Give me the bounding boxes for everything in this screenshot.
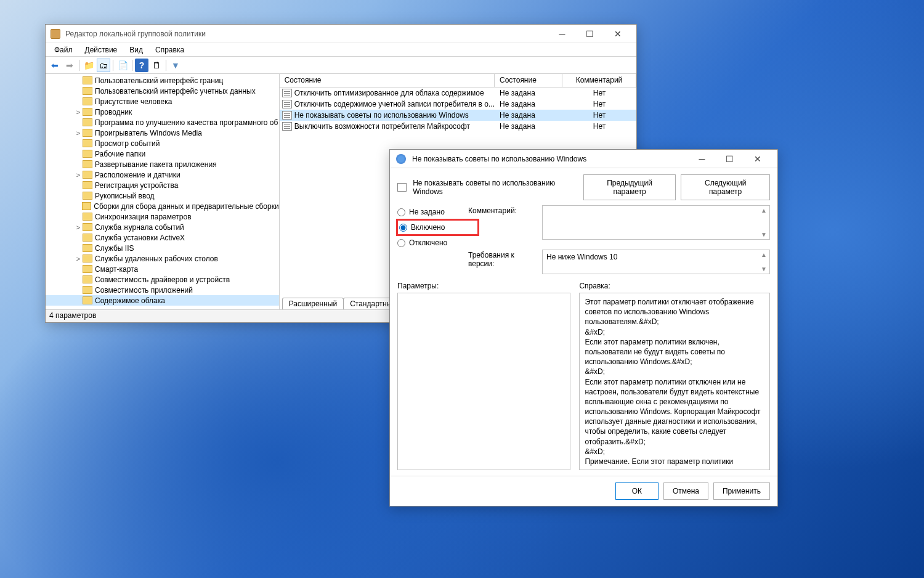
folder-icon: [83, 275, 92, 283]
scroll-down-icon[interactable]: ▼: [760, 266, 768, 272]
list-row[interactable]: Выключить возможности потребителя Майкро…: [280, 121, 636, 132]
titlebar[interactable]: Редактор локальной групповой политики ─ …: [46, 25, 636, 43]
menu-file[interactable]: Файл: [48, 44, 79, 56]
tree-item[interactable]: Содержимое облака: [46, 295, 279, 306]
expander-icon[interactable]: >: [74, 129, 83, 137]
expander-icon[interactable]: >: [74, 255, 83, 263]
close-button[interactable]: ✕: [604, 25, 631, 43]
tree-item[interactable]: >Проигрыватель Windows Media: [46, 128, 279, 138]
close-button[interactable]: ✕: [744, 150, 771, 168]
tab-extended[interactable]: Расширенный: [282, 298, 344, 309]
folder-icon: [83, 181, 92, 189]
tree-item[interactable]: >Расположение и датчики: [46, 169, 279, 180]
requirements-label: Требования к версии:: [468, 250, 536, 268]
radio-disabled[interactable]: Отключено: [397, 238, 462, 247]
column-state2[interactable]: Состояние: [495, 74, 562, 87]
list-row[interactable]: Отключить оптимизированное для облака со…: [280, 88, 636, 99]
tree-pane[interactable]: Пользовательский интерфейс границПользов…: [46, 74, 280, 309]
ok-button[interactable]: ОК: [615, 482, 659, 500]
dialog-titlebar[interactable]: Не показывать советы по использованию Wi…: [390, 150, 777, 168]
folder-icon: [83, 265, 92, 273]
tree-item[interactable]: Службы IIS: [46, 243, 279, 253]
dialog-footer: ОК Отмена Применить: [390, 476, 777, 506]
scroll-up-icon[interactable]: ▲: [760, 251, 768, 258]
radio-enabled[interactable]: Включено: [399, 223, 460, 232]
tree-item[interactable]: Развертывание пакета приложения: [46, 159, 279, 169]
menu-view[interactable]: Вид: [123, 44, 149, 56]
policy-item-icon: [282, 122, 292, 131]
window-title: Редактор локальной групповой политики: [65, 30, 548, 38]
separator: [113, 60, 113, 71]
tree-item[interactable]: Совместимость приложений: [46, 285, 279, 295]
minimize-button[interactable]: ─: [688, 150, 716, 168]
radio-not-configured[interactable]: Не задано: [397, 208, 462, 216]
tree-item-label: Совместимость приложений: [95, 286, 193, 295]
tree-item-label: Смарт-карта: [95, 265, 138, 274]
tree-item[interactable]: Пользовательский интерфейс учетных данны…: [46, 86, 279, 96]
tree-item-label: Программа по улучшению качества программ…: [95, 118, 278, 127]
tree-item[interactable]: >Служба журнала событий: [46, 222, 279, 232]
separator: [132, 60, 132, 71]
folder-icon: [83, 296, 92, 304]
tree-item[interactable]: Сборки для сбора данных и предварительны…: [46, 201, 279, 211]
maximize-button[interactable]: ☐: [716, 150, 744, 168]
folder-icon: [83, 108, 92, 116]
scroll-up-icon[interactable]: ▲: [760, 207, 768, 214]
help-icon[interactable]: ?: [135, 59, 148, 72]
menu-help[interactable]: Справка: [149, 44, 190, 56]
tree-item[interactable]: Служба установки ActiveX: [46, 232, 279, 243]
tree-item[interactable]: Совместимость драйверов и устройств: [46, 274, 279, 285]
cell-name: Отключить содержимое учетной записи потр…: [294, 100, 495, 108]
forward-icon[interactable]: ➡: [63, 59, 76, 72]
comment-field[interactable]: ▲▼: [542, 205, 770, 240]
policy-icon: [396, 154, 406, 164]
folder-icon: [83, 254, 92, 263]
requirements-field: Не ниже Windows 10 ▲▼: [542, 250, 770, 274]
params-label: Параметры:: [397, 282, 570, 290]
separator: [166, 60, 166, 71]
column-state[interactable]: Состояние: [280, 74, 495, 87]
scroll-down-icon[interactable]: ▼: [760, 231, 768, 238]
tree-item[interactable]: Синхронизация параметров: [46, 211, 279, 222]
tree-item[interactable]: Просмотр событий: [46, 138, 279, 149]
folder-icon: [83, 234, 92, 242]
tree-item-label: Развертывание пакета приложения: [95, 160, 217, 169]
previous-setting-button[interactable]: Предыдущий параметр: [583, 174, 676, 200]
help-box[interactable]: Этот параметр политики отключает отображ…: [579, 293, 770, 470]
back-icon[interactable]: ⬅: [48, 59, 62, 72]
tree-item[interactable]: Программа по улучшению качества программ…: [46, 117, 279, 128]
apply-button[interactable]: Применить: [713, 482, 770, 500]
list-header[interactable]: Состояние Состояние Комментарий: [280, 74, 636, 88]
next-setting-button[interactable]: Следующий параметр: [681, 174, 770, 200]
maximize-button[interactable]: ☐: [576, 25, 604, 43]
folder-icon: [83, 213, 92, 221]
expander-icon[interactable]: >: [74, 108, 83, 116]
folder-icon: [83, 244, 92, 252]
tree-item[interactable]: Рукописный ввод: [46, 190, 279, 201]
up-icon[interactable]: 📁: [82, 59, 95, 72]
cell-name: Не показывать советы по использованию Wi…: [294, 111, 495, 120]
show-hide-tree-icon[interactable]: 🗂: [97, 59, 110, 72]
expander-icon[interactable]: >: [74, 224, 83, 231]
properties-icon[interactable]: 🗒: [150, 59, 163, 72]
menu-action[interactable]: Действие: [79, 44, 124, 56]
column-comment[interactable]: Комментарий: [562, 74, 636, 87]
tree-item[interactable]: >Проводник: [46, 107, 279, 117]
export-icon[interactable]: 📄: [116, 59, 129, 72]
cell-comment: Нет: [562, 111, 636, 120]
tree-item[interactable]: Рабочие папки: [46, 149, 279, 159]
menubar: Файл Действие Вид Справка: [46, 43, 636, 57]
list-row[interactable]: Отключить содержимое учетной записи потр…: [280, 99, 636, 110]
expander-icon[interactable]: >: [74, 171, 83, 179]
tree-item[interactable]: Смарт-карта: [46, 264, 279, 274]
filter-icon[interactable]: ▼: [169, 59, 182, 72]
cancel-button[interactable]: Отмена: [663, 482, 708, 500]
tree-item[interactable]: Пользовательский интерфейс границ: [46, 75, 279, 86]
tree-item[interactable]: >Службы удаленных рабочих столов: [46, 253, 279, 264]
tree-item-label: Синхронизация параметров: [95, 213, 192, 221]
minimize-button[interactable]: ─: [548, 25, 576, 43]
params-box[interactable]: [397, 293, 570, 470]
tree-item[interactable]: Присутствие человека: [46, 96, 279, 107]
list-row[interactable]: Не показывать советы по использованию Wi…: [280, 110, 636, 121]
tree-item[interactable]: Регистрация устройства: [46, 180, 279, 190]
